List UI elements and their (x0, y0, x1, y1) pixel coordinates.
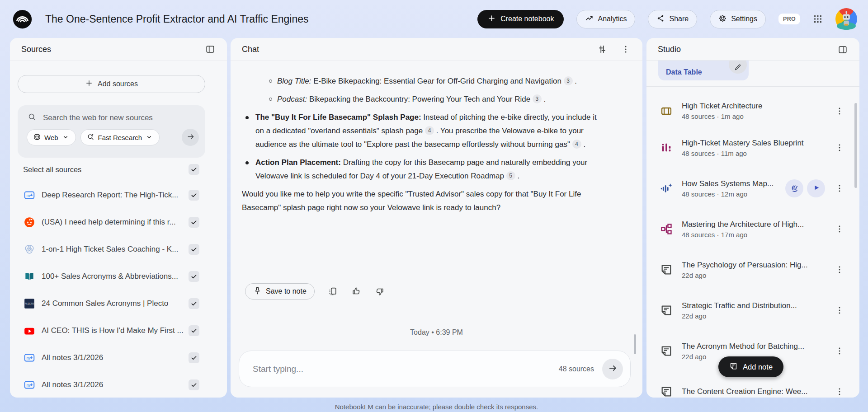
source-checkbox[interactable] (189, 298, 199, 309)
studio-item-menu-icon[interactable] (834, 264, 845, 275)
chat-settings-icon[interactable] (597, 44, 608, 55)
youtube-icon (24, 325, 35, 337)
chat-input-placeholder: Start typing... (253, 364, 559, 374)
studio-item-menu-icon[interactable] (834, 106, 845, 117)
studio-item-menu-icon[interactable] (834, 224, 845, 234)
source-checkbox[interactable] (189, 352, 199, 363)
source-list-item[interactable]: mAll notes 3/1/2026 (10, 344, 227, 371)
source-title: (USA) I need help determining if this r.… (42, 218, 189, 227)
note-icon: m (24, 352, 35, 364)
collapse-sources-panel-icon[interactable] (205, 44, 216, 55)
studio-item-title: Mastering the Architecture of High... (682, 220, 804, 229)
venn-icon (24, 243, 35, 255)
text-segment: . (542, 95, 546, 103)
source-checkbox[interactable] (189, 217, 199, 228)
citation-chip[interactable]: 3 (564, 76, 573, 85)
chat-more-menu-icon[interactable] (620, 44, 631, 55)
source-list-item[interactable]: mDeep Research Report: The High-Tick... (10, 182, 227, 209)
studio-item-menu-icon[interactable] (834, 142, 845, 153)
citation-chip[interactable]: 3 (533, 94, 542, 103)
interactive-icon (790, 183, 799, 194)
disclaimer-text: NotebookLM can be inaccurate; please dou… (231, 403, 642, 411)
mindmap-icon (660, 223, 673, 235)
studio-item-menu-icon[interactable] (834, 305, 845, 316)
web-filter-dropdown[interactable]: Web (27, 129, 76, 145)
studio-item-title: High-Ticket Mastery Sales Blueprint (682, 139, 804, 148)
create-notebook-button[interactable]: Create notebook (477, 10, 564, 28)
source-checkbox[interactable] (189, 325, 199, 336)
search-placeholder: Search the web for new sources (43, 113, 153, 122)
collapse-studio-panel-icon[interactable] (837, 44, 848, 55)
search-filter-row: Web Fast Research (18, 123, 205, 146)
studio-item-title: The Content Creation Engine: Wee... (682, 387, 807, 396)
citation-chip[interactable]: 4 (572, 140, 581, 149)
source-list-item[interactable]: mAll notes 3/1/2026 (10, 371, 227, 398)
chat-scrollbar[interactable] (634, 334, 636, 354)
chat-response: Blog Title: E-Bike Bikepacking: Essentia… (242, 75, 600, 219)
select-all-checkbox[interactable] (189, 164, 199, 175)
source-list-item[interactable]: 100+ Sales Acronyms & Abbreviations... (10, 263, 227, 290)
studio-item-meta: 22d ago (682, 312, 797, 320)
doc-icon (660, 304, 673, 317)
top-bar: The One-Sentence Profit Extractor and AI… (0, 0, 868, 38)
text-segment: . (573, 77, 577, 85)
research-mode-dropdown[interactable]: Fast Research (80, 129, 160, 145)
source-list-item[interactable]: 1-on-1 High Ticket Sales Coaching - K... (10, 236, 227, 263)
notebooklm-logo-icon[interactable] (12, 9, 33, 29)
studio-item[interactable]: The Psychology of Persuasion: Hig...22d … (646, 249, 859, 290)
studio-item-title: High Ticket Architecture (682, 102, 763, 111)
source-checkbox[interactable] (189, 190, 199, 201)
studio-item[interactable]: High Ticket Architecture48 sources · 1m … (646, 94, 859, 127)
thumbs-up-icon[interactable] (351, 286, 362, 297)
barchart-icon (660, 141, 673, 154)
share-button[interactable]: Share (648, 10, 697, 28)
svg-text:m: m (27, 383, 30, 388)
chat-panel: Chat Blog Title: E-Bike Bikepacking: Ess… (231, 38, 642, 398)
chat-panel-title: Chat (242, 45, 259, 54)
studio-item[interactable]: Strategic Traffic and Distribution...22d… (646, 290, 859, 331)
doc-icon (660, 263, 673, 276)
text-segment: E-Bike Bikepacking: Essential Gear for O… (311, 77, 563, 85)
interactive-mode-button[interactable] (785, 179, 803, 197)
avatar[interactable] (835, 8, 857, 30)
source-checkbox[interactable] (189, 379, 199, 390)
text-segment: Would you like me to help you write the … (242, 190, 581, 212)
apps-grid-icon[interactable] (813, 14, 823, 24)
studio-item-menu-icon[interactable] (834, 386, 845, 397)
thumbs-down-icon[interactable] (374, 286, 385, 297)
book-icon (24, 271, 35, 282)
add-sources-button[interactable]: Add sources (18, 75, 205, 93)
studio-scrollbar[interactable] (854, 103, 857, 188)
globe-icon (33, 133, 41, 142)
search-submit-button[interactable] (182, 129, 199, 146)
send-button[interactable] (602, 359, 623, 379)
web-search-input[interactable]: Search the web for new sources (18, 105, 205, 123)
studio-item-menu-icon[interactable] (834, 183, 845, 194)
source-checkbox[interactable] (189, 244, 199, 255)
copy-icon[interactable] (327, 286, 338, 297)
text-segment: Podcast: (277, 95, 307, 103)
citation-chip[interactable]: 4 (425, 126, 434, 135)
studio-item-title: Strategic Traffic and Distribution... (682, 301, 797, 310)
source-list-item[interactable]: (USA) I need help determining if this r.… (10, 209, 227, 236)
source-list-item[interactable]: AI CEO: THIS is How I'd Make My First ..… (10, 317, 227, 344)
studio-list: High Ticket Architecture48 sources · 1m … (646, 87, 859, 398)
studio-item[interactable]: How Sales Systems Map...48 sources · 12m… (646, 168, 859, 209)
web-search-card: Search the web for new sources Web Fast … (18, 105, 205, 158)
chat-input[interactable]: Start typing... 48 sources (239, 351, 631, 387)
save-to-note-button[interactable]: Save to note (245, 283, 315, 300)
source-list-item[interactable]: PLECTO24 Common Sales Acronyms | Plecto (10, 290, 227, 317)
source-checkbox[interactable] (189, 271, 199, 282)
studio-item-meta: 22d ago (682, 272, 808, 279)
chat-timestamp: Today • 6:39 PM (231, 328, 642, 337)
studio-item[interactable]: Mastering the Architecture of High...48 … (646, 209, 859, 249)
play-audio-button[interactable] (807, 179, 825, 197)
analytics-button[interactable]: Analytics (576, 10, 635, 28)
audio-icon (660, 182, 673, 195)
text-segment: Action Plan Placement: (255, 158, 341, 167)
settings-button[interactable]: Settings (710, 10, 766, 28)
studio-item[interactable]: High-Ticket Mastery Sales Blueprint48 so… (646, 127, 859, 168)
add-note-button[interactable]: Add note (718, 356, 783, 377)
citation-chip[interactable]: 5 (506, 171, 515, 180)
studio-item-menu-icon[interactable] (834, 346, 845, 356)
